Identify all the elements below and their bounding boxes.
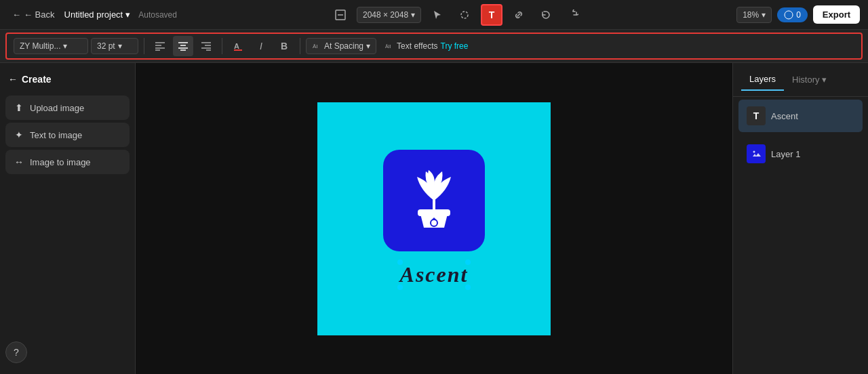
layer-image-icon: [747, 144, 766, 163]
svg-text:ĀI: ĀI: [313, 43, 318, 49]
layer-item-ascent[interactable]: T Ascent: [738, 100, 863, 132]
image-to-image-icon: ↔: [14, 157, 24, 167]
svg-text:ĀII: ĀII: [385, 44, 391, 49]
sidebar-item-image-to-image[interactable]: ↔ Image to image: [5, 150, 130, 174]
sidebar-create-label: Create: [22, 74, 52, 85]
collab-button[interactable]: 0: [777, 7, 808, 22]
select-tool-button[interactable]: [427, 4, 448, 26]
back-button[interactable]: ← ← Back: [8, 7, 59, 22]
top-bar: ← ← Back Untitled project ▾ Autosaved 20…: [0, 0, 868, 30]
sidebar-item-text-to-image-label: Text to image: [30, 130, 82, 140]
help-icon: ?: [14, 347, 19, 358]
upload-image-icon: ⬆: [14, 102, 24, 113]
spacing-chevron-icon: ▾: [366, 41, 370, 51]
right-sidebar-header: Layers History ▾: [733, 63, 868, 97]
autosaved-status: Autosaved: [138, 10, 177, 20]
spacing-label: At Spacing: [324, 41, 363, 51]
font-size-selector[interactable]: 32 pt ▾: [91, 38, 138, 54]
canvas-size-label: 2048 × 2048: [363, 10, 408, 20]
italic-icon: I: [260, 41, 262, 51]
sidebar-back-arrow-icon: ←: [8, 74, 18, 85]
sidebar-item-upload-image[interactable]: ⬆ Upload image: [5, 96, 130, 120]
formatting-toolbar: ZY Multip... ▾ 32 pt ▾: [5, 33, 863, 60]
right-sidebar: Layers History ▾ T Ascent Layer 1: [732, 63, 868, 374]
bold-icon: B: [281, 41, 288, 51]
text-effects-label: Text effects: [397, 41, 437, 51]
history-chevron-icon: ▾: [822, 75, 827, 85]
app-icon-element: [383, 150, 485, 251]
sidebar-item-upload-label: Upload image: [30, 103, 84, 113]
svg-point-24: [753, 151, 755, 153]
resize-tool-button[interactable]: [330, 4, 351, 26]
text-element[interactable]: Ascent: [400, 262, 469, 287]
history-label: History: [792, 75, 819, 85]
help-button[interactable]: ?: [5, 341, 27, 363]
align-center-button[interactable]: [173, 36, 193, 56]
project-name: Untitled project: [64, 9, 123, 20]
formatting-toolbar-container: ZY Multip... ▾ 32 pt ▾: [0, 30, 868, 63]
layer-ascent-label: Ascent: [771, 111, 798, 121]
text-tool-button[interactable]: T: [481, 4, 502, 26]
spacing-button[interactable]: ĀI At Spacing ▾: [306, 38, 376, 54]
text-effects-button[interactable]: ĀII Text effects Try free: [379, 39, 473, 54]
canvas-area[interactable]: Ascent: [136, 63, 732, 374]
align-left-button[interactable]: [150, 36, 170, 56]
sidebar-item-text-to-image[interactable]: ✦ Text to image: [5, 123, 130, 147]
bold-button[interactable]: B: [274, 36, 294, 56]
text-color-button[interactable]: A: [228, 36, 248, 56]
sidebar-create-header[interactable]: ← Create: [5, 68, 130, 90]
try-free-label[interactable]: Try free: [441, 41, 469, 51]
back-arrow-icon: ←: [12, 9, 21, 20]
zoom-control[interactable]: 18% ▾: [736, 7, 772, 23]
font-size-chevron-icon: ▾: [118, 41, 122, 51]
svg-text:A: A: [234, 42, 239, 50]
project-name-area[interactable]: Untitled project ▾: [64, 9, 131, 20]
layer-text-icon: T: [747, 106, 766, 125]
tab-history[interactable]: History ▾: [784, 69, 835, 90]
zoom-level: 18%: [743, 10, 759, 20]
canvas-size-chevron: ▾: [411, 10, 415, 20]
sidebar-item-image-to-image-label: Image to image: [30, 157, 91, 167]
canvas: Ascent: [317, 102, 551, 335]
font-family-selector[interactable]: ZY Multip... ▾: [14, 38, 88, 54]
export-button[interactable]: Export: [813, 5, 860, 24]
text-tool-icon: T: [489, 9, 495, 20]
left-sidebar: ← Create ⬆ Upload image ✦ Text to image …: [0, 63, 136, 374]
tab-layers[interactable]: Layers: [741, 68, 784, 91]
zoom-chevron: ▾: [762, 10, 766, 20]
toolbar-divider-3: [300, 38, 300, 54]
toolbar-divider-1: [144, 38, 144, 54]
collab-count: 0: [796, 10, 801, 20]
lasso-tool-button[interactable]: [454, 4, 475, 26]
toolbar-divider-2: [222, 38, 222, 54]
back-label: ← Back: [24, 9, 55, 20]
text-to-image-icon: ✦: [14, 129, 24, 140]
align-right-button[interactable]: [196, 36, 216, 56]
font-name-label: ZY Multip...: [20, 41, 60, 51]
svg-rect-23: [751, 148, 762, 159]
canvas-text-ascent[interactable]: Ascent: [400, 262, 469, 287]
link-tool-button[interactable]: [508, 4, 530, 26]
redo-button[interactable]: [562, 4, 584, 26]
svg-rect-20: [418, 209, 450, 216]
undo-button[interactable]: [535, 4, 557, 26]
font-size-label: 32 pt: [97, 41, 115, 51]
layer-layer1-label: Layer 1: [771, 149, 800, 159]
canvas-size-button[interactable]: 2048 × 2048 ▾: [357, 7, 421, 23]
font-chevron-icon: ▾: [63, 41, 67, 51]
chevron-down-icon: ▾: [125, 9, 130, 20]
canvas-content: Ascent: [317, 102, 551, 335]
svg-point-3: [785, 11, 793, 19]
svg-point-2: [461, 12, 468, 18]
layer-item-layer1[interactable]: Layer 1: [738, 138, 863, 170]
italic-button[interactable]: I: [251, 36, 271, 56]
main-content: ← Create ⬆ Upload image ✦ Text to image …: [0, 63, 868, 374]
plant-icon: [400, 163, 468, 238]
